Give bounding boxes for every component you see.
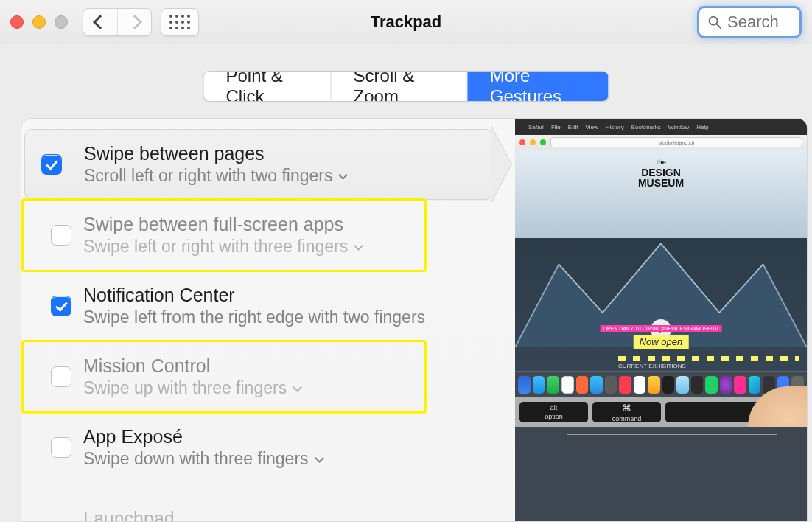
- preview-exhibitions: CURRENT EXHIBITIONS: [618, 363, 686, 369]
- key-label: alt: [550, 404, 558, 411]
- option-subtitle: Scroll left or right with two fingers: [84, 166, 332, 186]
- option-subtitle: Swipe down with three fingers: [83, 449, 309, 469]
- tab-more-gestures[interactable]: More Gestures: [468, 72, 609, 101]
- chevron-down-icon: [293, 383, 302, 392]
- command-symbol-icon: ⌘: [622, 403, 631, 414]
- toolbar: Trackpad: [0, 0, 812, 44]
- option-app-expose[interactable]: App Exposé Swipe down with three fingers: [35, 412, 483, 483]
- option-swipe-fullscreen-apps[interactable]: Swipe between full-screen apps Swipe lef…: [35, 200, 483, 271]
- show-all-prefs-button[interactable]: [161, 8, 199, 36]
- checkbox-notification-center[interactable]: [51, 296, 71, 316]
- preview-brand: the DESIGN MUSEUM: [638, 157, 684, 188]
- chevron-down-icon: [339, 170, 349, 180]
- window-controls: [10, 15, 68, 29]
- minimize-window-button[interactable]: [32, 15, 46, 29]
- forward-button[interactable]: [117, 9, 151, 35]
- option-title: Swipe between full-screen apps: [83, 214, 483, 235]
- option-subtitle: Swipe left or right with three fingers: [83, 237, 348, 257]
- key-label: option: [545, 413, 563, 420]
- chevron-down-icon: [315, 453, 324, 463]
- option-title: Notification Center: [83, 285, 483, 306]
- highlight-box: [21, 198, 427, 272]
- chevron-right-icon: [127, 15, 142, 29]
- checkbox-app-expose[interactable]: [51, 437, 71, 458]
- content-panel: Swipe between pages Scroll left or right…: [21, 118, 808, 522]
- key-command: ⌘ command: [592, 402, 661, 422]
- close-window-button[interactable]: [10, 15, 24, 29]
- option-subtitle-dropdown[interactable]: Swipe down with three fingers: [83, 449, 483, 469]
- preview-strip: [618, 356, 799, 361]
- option-notification-center[interactable]: Notification Center Swipe left from the …: [35, 271, 483, 341]
- tab-scroll-and-zoom[interactable]: Scroll & Zoom: [332, 72, 468, 101]
- chevron-down-icon: [354, 241, 363, 251]
- tab-point-and-click[interactable]: Point & Click: [204, 72, 332, 101]
- search-field[interactable]: [697, 6, 802, 38]
- preview-promo-tag: OPEN DAILY 10 - 18:00 #NEWDESIGNMUSEUM: [601, 325, 722, 332]
- gesture-options-list: Swipe between pages Scroll left or right…: [21, 119, 493, 521]
- option-swipe-between-pages[interactable]: Swipe between pages Scroll left or right…: [24, 129, 493, 200]
- trackpad-surface: [567, 434, 777, 435]
- grid-icon: [169, 15, 190, 29]
- highlight-box: [21, 340, 427, 414]
- svg-line-1: [717, 24, 721, 28]
- preview-now-open: Now open: [634, 335, 689, 349]
- option-mission-control[interactable]: Mission Control Swipe up with three fing…: [35, 341, 483, 412]
- search-input[interactable]: [727, 13, 792, 32]
- option-title: App Exposé: [83, 426, 483, 448]
- nav-back-forward: [83, 8, 152, 36]
- preview-browser-chrome: studiofletano.ch: [515, 135, 807, 150]
- preview-url: studiofletano.ch: [550, 137, 802, 147]
- checkbox-swipe-fullscreen-apps[interactable]: [51, 225, 71, 246]
- tabbar: Point & Click Scroll & Zoom More Gesture…: [203, 71, 609, 102]
- chevron-left-icon: [93, 15, 108, 29]
- gesture-preview: Safari File Edit View History Bookmarks …: [515, 119, 807, 521]
- checkbox-mission-control[interactable]: [51, 366, 71, 387]
- search-icon: [707, 14, 723, 30]
- preview-dock: [515, 371, 807, 397]
- back-button[interactable]: [83, 9, 117, 35]
- main: Point & Click Scroll & Zoom More Gesture…: [0, 44, 812, 522]
- option-title: Launchpad: [83, 508, 483, 523]
- key-option: alt option: [519, 402, 588, 422]
- option-subtitle-dropdown[interactable]: Swipe up with three fingers: [83, 378, 483, 398]
- svg-point-0: [710, 16, 718, 24]
- option-subtitle: Swipe up with three fingers: [83, 378, 287, 398]
- preview-menubar: Safari File Edit View History Bookmarks …: [515, 119, 807, 135]
- zoom-window-button[interactable]: [55, 15, 68, 29]
- key-label: command: [612, 415, 642, 422]
- option-subtitle-dropdown[interactable]: Swipe left or right with three fingers: [83, 237, 483, 257]
- checkbox-swipe-between-pages[interactable]: [41, 154, 62, 175]
- option-subtitle-dropdown[interactable]: Scroll left or right with two fingers: [84, 166, 463, 186]
- option-subtitle: Swipe left from the right edge with two …: [83, 307, 483, 327]
- option-launchpad[interactable]: Launchpad: [35, 483, 483, 522]
- option-title: Swipe between pages: [84, 143, 463, 164]
- option-title: Mission Control: [83, 355, 483, 377]
- preview-hero: the DESIGN MUSEUM OPEN DAILY 10 - 18:00 …: [515, 150, 807, 371]
